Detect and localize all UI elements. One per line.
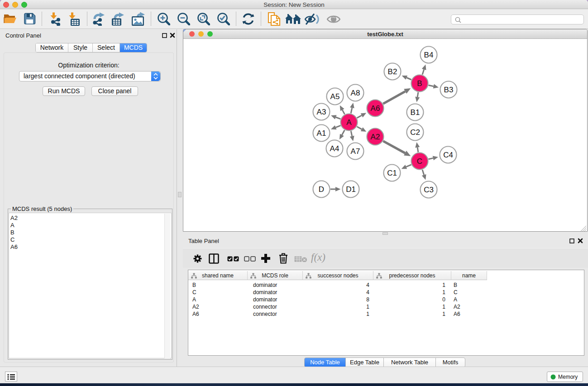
- svg-text:A4: A4: [330, 144, 339, 153]
- svg-text:A: A: [346, 118, 352, 127]
- svg-text:A8: A8: [351, 89, 360, 97]
- svg-text:B1: B1: [411, 108, 420, 117]
- svg-text:B3: B3: [444, 86, 454, 94]
- svg-text:C3: C3: [424, 186, 434, 194]
- svg-text:C2: C2: [410, 128, 420, 137]
- svg-text:A6: A6: [371, 104, 380, 113]
- svg-text:A7: A7: [351, 147, 360, 156]
- svg-text:D1: D1: [346, 185, 356, 194]
- svg-text:C4: C4: [443, 151, 453, 159]
- svg-text:D: D: [319, 185, 324, 194]
- svg-text:A5: A5: [330, 92, 340, 101]
- svg-text:A2: A2: [371, 133, 380, 141]
- svg-text:B2: B2: [388, 67, 397, 76]
- svg-text:A3: A3: [317, 108, 326, 116]
- svg-text:B4: B4: [424, 51, 434, 59]
- svg-text:A1: A1: [317, 129, 326, 138]
- svg-text:C1: C1: [387, 169, 397, 177]
- svg-text:C: C: [417, 157, 422, 166]
- svg-text:B: B: [417, 79, 422, 88]
